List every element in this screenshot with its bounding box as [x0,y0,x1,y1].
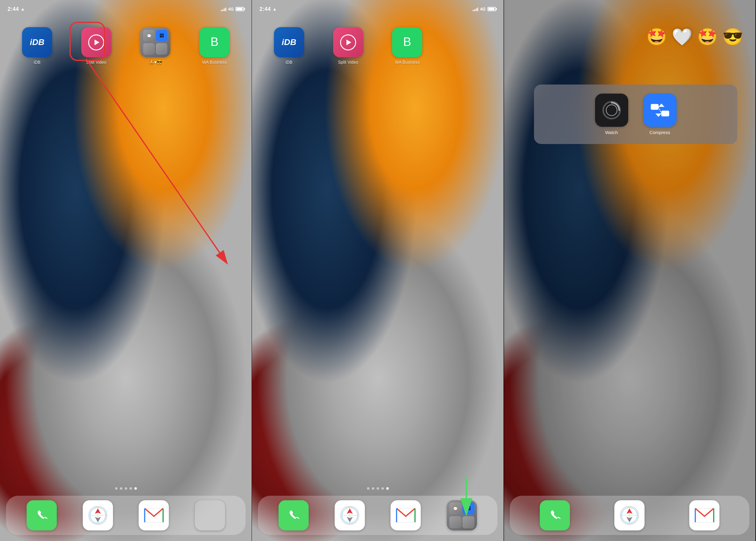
svg-marker-31 [658,104,664,107]
app-idb-icon[interactable]: iDB [22,27,52,57]
svg-point-29 [606,105,617,116]
status-icons-1: 4G [221,7,244,11]
app-idb-wrapper[interactable]: iDB iDB [9,27,65,65]
dock-empty-slot-1 [195,500,225,530]
emoji-top-row: 🤩 🤍 🤩 😎 [634,21,755,53]
wa-svg: B [205,33,224,51]
dot-2-4-active [386,487,389,490]
splitvideo-svg-2 [340,34,357,51]
app-folder-label: 🤩♥️😎 [149,60,162,65]
compress-svg [649,101,670,119]
app-folder-wrapper[interactable]: ⌚ 🖼 🤩♥️😎 [128,27,184,65]
dock-folder-mini-4 [462,516,474,528]
phone-svg [33,507,50,524]
battery-icon-2 [487,7,496,11]
dock-gmail-3[interactable] [689,500,719,530]
dock-folder-mini-3 [449,516,461,528]
wallpaper-2 [252,0,503,541]
panel-1: 2:44 ▲ 4G iDB iDB [0,0,252,541]
dock-gmail-1[interactable] [139,500,169,530]
folder-popup-row: Watch Compress [595,94,677,135]
battery-icon-1 [236,7,244,11]
app-splitvideo-label-2: Split Video [338,60,358,65]
app-wabusiness-label: WA Business [202,60,227,65]
gmail-svg-2 [396,508,415,523]
watch-icon[interactable] [595,94,628,127]
folder-mini-1: ⌚ [143,30,155,41]
battery-fill-1 [237,8,243,10]
app-wabusiness-wrapper[interactable]: B WA Business [186,27,243,65]
dock-safari-2[interactable] [335,500,365,530]
svg-point-28 [603,102,620,119]
compress-icon[interactable] [643,94,677,127]
emoji-heart: 🤍 [672,27,693,47]
red-border-highlight [69,22,105,61]
app-grid-1: iDB iDB Split Video ⌚ 🖼 🤩♥️😎 [0,21,252,71]
dock-safari-1[interactable] [83,500,113,530]
dot-2-0 [367,487,370,490]
dock-gmail-2[interactable] [390,500,421,530]
compress-app-popup[interactable]: Compress [643,94,677,135]
dock-phone-3[interactable] [540,500,570,530]
watch-svg [601,100,622,121]
folder-mini-4 [156,43,167,55]
dock-1 [6,496,246,535]
status-time-1: 2:44 [8,6,19,12]
battery-fill-2 [488,8,494,10]
folder-popup: Watch Compress [534,85,737,144]
app-idb-wrapper-2[interactable]: iDB iDB [261,27,317,65]
app-folder-icon[interactable]: ⌚ 🖼 [140,27,170,57]
app-idb-label: iDB [34,60,41,65]
app-idb-icon-2[interactable]: iDB [274,27,304,57]
dock-3 [510,496,749,535]
location-icon-2: ▲ [273,7,277,11]
svg-marker-33 [655,114,661,117]
app-splitvideo-icon-2[interactable] [333,27,364,57]
gmail-svg [144,508,164,523]
location-icon-1: ▲ [21,7,25,11]
folder-mini-3 [143,43,155,55]
idb-text: iDB [30,37,44,47]
app-wabusiness-icon-2[interactable]: B [392,27,422,57]
watch-app-popup[interactable]: Watch [595,94,628,135]
signal-bars-1 [221,7,226,11]
emoji-cool: 😎 [722,27,743,47]
status-time-2: 2:44 [260,6,271,12]
dock-phone-2[interactable] [279,500,309,530]
dock-phone-1[interactable] [27,500,57,530]
app-grid-2: iDB iDB Split Video B WA Business [252,21,503,71]
safari-svg [87,505,108,526]
dock-folder-2[interactable]: ⌚ 🖼 [447,500,477,530]
emoji-face-2: 🤩 [697,27,718,47]
dot-1-1 [120,487,122,490]
panel-3: 🤩 🤍 🤩 😎 Watch [504,0,755,541]
svg-text:B: B [211,35,219,48]
idb-text-2: iDB [282,37,296,47]
dot-2-3 [381,487,384,490]
status-bar-2: 2:44 ▲ 4G [252,0,503,15]
dock-folder-mini-1: ⌚ [449,502,461,514]
dot-1-4-active [134,487,137,490]
svg-rect-32 [661,111,669,116]
status-bar-1: 2:44 ▲ 4G [0,0,252,15]
dot-1-3 [130,487,132,490]
folder-mini-2: 🖼 [156,30,167,41]
panel-2: 2:44 ▲ 4G iDB iDB [252,0,503,541]
dot-2-1 [372,487,374,490]
app-wabusiness-wrapper-2[interactable]: B WA Business [379,27,435,65]
emoji-face-1: 🤩 [646,27,667,47]
app-splitvideo-wrapper-2[interactable]: Split Video [320,27,377,65]
page-dots-1 [0,487,252,490]
app-wabusiness-label-2: WA Business [395,60,419,65]
dot-1-2 [125,487,127,490]
dock-safari-3[interactable] [614,500,644,530]
app-wabusiness-icon[interactable]: B [199,27,230,57]
svg-line-34 [658,107,661,114]
dot-2-2 [377,487,379,490]
dot-1-0 [115,487,118,490]
svg-rect-30 [651,104,658,110]
wallpaper-1 [0,0,252,541]
status-4g-2: 4G [480,7,486,11]
blur-overlay-3 [504,0,755,541]
safari-svg-2 [339,505,360,526]
